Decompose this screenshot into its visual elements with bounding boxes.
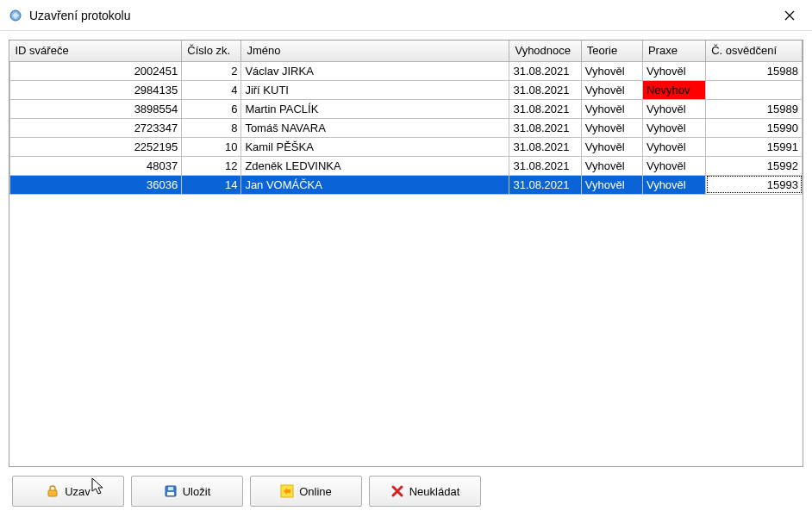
online-label: Online [299, 485, 332, 498]
table-header-row: ID svářeče Číslo zk. Jméno Vyhodnoce Teo… [10, 40, 803, 61]
data-table[interactable]: ID svářeče Číslo zk. Jméno Vyhodnoce Teo… [9, 40, 803, 195]
cell-practice[interactable]: Vyhověl [642, 99, 705, 118]
cell-num[interactable]: 8 [182, 118, 241, 137]
table-row[interactable]: 20024512Václav JIRKA31.08.2021VyhovělVyh… [10, 61, 803, 80]
cell-theory[interactable]: Vyhověl [581, 80, 642, 99]
cell-name[interactable]: Václav JIRKA [241, 61, 509, 80]
cell-eval[interactable]: 31.08.2021 [509, 175, 581, 194]
cell-num[interactable]: 12 [182, 156, 241, 175]
col-id[interactable]: ID svářeče [10, 40, 182, 61]
app-icon [9, 9, 22, 22]
footer-toolbar: Uzav Uložit Online Neukládat [0, 467, 812, 517]
cell-theory[interactable]: Vyhověl [581, 175, 642, 194]
online-button[interactable]: Online [250, 476, 362, 507]
cell-practice[interactable]: Vyhověl [642, 156, 705, 175]
cell-cert[interactable]: 15989 [706, 99, 803, 118]
cell-practice[interactable]: Vyhověl [642, 175, 705, 194]
close-button[interactable] [772, 3, 807, 28]
no-save-button[interactable]: Neukládat [369, 476, 481, 507]
cell-num[interactable]: 14 [182, 175, 241, 194]
cell-eval[interactable]: 31.08.2021 [509, 99, 581, 118]
table-container[interactable]: ID svářeče Číslo zk. Jméno Vyhodnoce Teo… [9, 40, 803, 467]
svg-rect-4 [168, 487, 173, 490]
cell-id[interactable]: 2984135 [10, 80, 182, 99]
save-icon [164, 484, 178, 498]
cell-theory[interactable]: Vyhověl [581, 99, 642, 118]
cell-eval[interactable]: 31.08.2021 [509, 61, 581, 80]
content-area: ID svářeče Číslo zk. Jméno Vyhodnoce Teo… [0, 31, 812, 467]
col-num[interactable]: Číslo zk. [182, 40, 241, 61]
no-save-label: Neukládat [409, 485, 460, 498]
cell-practice[interactable]: Nevyhov [642, 80, 705, 99]
cell-cert[interactable]: 15990 [706, 118, 803, 137]
cell-name[interactable]: Kamil PĚŠKA [241, 137, 509, 156]
svg-rect-1 [48, 490, 57, 496]
cell-practice[interactable]: Vyhověl [642, 61, 705, 80]
table-row[interactable]: 4803712Zdeněk LEDVINKA31.08.2021VyhovělV… [10, 156, 803, 175]
cell-cert[interactable] [706, 80, 803, 99]
cell-name[interactable]: Jiří KUTI [241, 80, 509, 99]
cell-name[interactable]: Zdeněk LEDVINKA [241, 156, 509, 175]
table-row[interactable]: 27233478Tomáš NAVARA31.08.2021VyhovělVyh… [10, 118, 803, 137]
cell-practice[interactable]: Vyhověl [642, 118, 705, 137]
cell-theory[interactable]: Vyhověl [581, 156, 642, 175]
close-lock-label: Uzav [65, 485, 91, 498]
cell-theory[interactable]: Vyhověl [581, 137, 642, 156]
cell-cert[interactable]: 15993 [706, 175, 803, 194]
col-practice[interactable]: Praxe [642, 40, 705, 61]
cancel-icon [390, 484, 404, 498]
col-theory[interactable]: Teorie [581, 40, 642, 61]
table-row[interactable]: 38985546Martin PACLÍK31.08.2021VyhovělVy… [10, 99, 803, 118]
table-row[interactable]: 3603614Jan VOMÁČKA31.08.2021VyhovělVyhov… [10, 175, 803, 194]
cell-id[interactable]: 36036 [10, 175, 182, 194]
cell-eval[interactable]: 31.08.2021 [509, 80, 581, 99]
cell-num[interactable]: 6 [182, 99, 241, 118]
cell-id[interactable]: 3898554 [10, 99, 182, 118]
cell-num[interactable]: 2 [182, 61, 241, 80]
cell-eval[interactable]: 31.08.2021 [509, 137, 581, 156]
cell-practice[interactable]: Vyhověl [642, 137, 705, 156]
cell-cert[interactable]: 15991 [706, 137, 803, 156]
titlebar: Uzavření protokolu [0, 0, 812, 31]
cell-num[interactable]: 10 [182, 137, 241, 156]
cell-cert[interactable]: 15992 [706, 156, 803, 175]
cell-id[interactable]: 48037 [10, 156, 182, 175]
cell-num[interactable]: 4 [182, 80, 241, 99]
window-title: Uzavření protokolu [29, 9, 772, 22]
cell-id[interactable]: 2002451 [10, 61, 182, 80]
cell-id[interactable]: 2723347 [10, 118, 182, 137]
table-row[interactable]: 29841354Jiří KUTI31.08.2021VyhovělNevyho… [10, 80, 803, 99]
lock-icon [46, 484, 59, 498]
save-label: Uložit [183, 485, 211, 498]
cell-eval[interactable]: 31.08.2021 [509, 118, 581, 137]
col-eval[interactable]: Vyhodnoce [509, 40, 581, 61]
save-button[interactable]: Uložit [131, 476, 243, 507]
cell-name[interactable]: Martin PACLÍK [241, 99, 509, 118]
cell-name[interactable]: Tomáš NAVARA [241, 118, 509, 137]
cell-cert[interactable]: 15988 [706, 61, 803, 80]
cell-theory[interactable]: Vyhověl [581, 61, 642, 80]
col-name[interactable]: Jméno [241, 40, 509, 61]
table-row[interactable]: 225219510Kamil PĚŠKA31.08.2021VyhovělVyh… [10, 137, 803, 156]
cell-name[interactable]: Jan VOMÁČKA [241, 175, 509, 194]
cell-eval[interactable]: 31.08.2021 [509, 156, 581, 175]
cell-id[interactable]: 2252195 [10, 137, 182, 156]
svg-rect-3 [167, 492, 174, 495]
online-icon [280, 484, 294, 498]
col-cert[interactable]: Č. osvědčení [706, 40, 803, 61]
close-lock-button[interactable]: Uzav [12, 476, 124, 507]
cell-theory[interactable]: Vyhověl [581, 118, 642, 137]
